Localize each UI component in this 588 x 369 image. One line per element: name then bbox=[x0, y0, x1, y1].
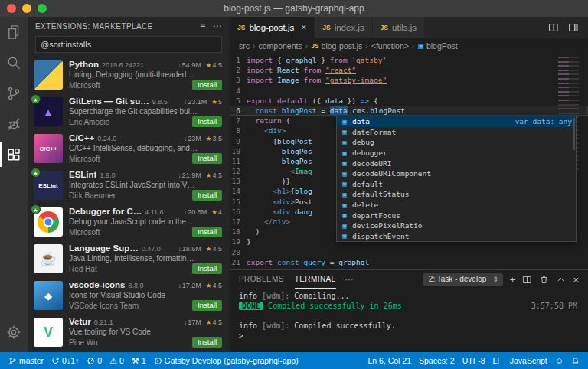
status-encoding[interactable]: UTF-8 bbox=[459, 352, 489, 369]
suggest-item-devicepixelratio[interactable]: ▣devicePixelRatio bbox=[337, 220, 576, 231]
line-number[interactable]: 8 bbox=[230, 126, 247, 136]
tab-utils-js[interactable]: JSutils.js bbox=[373, 17, 425, 38]
editor[interactable]: 1import { graphql } from 'gatsby'2import… bbox=[230, 54, 588, 269]
breadcrumb-blog-post-js[interactable]: JSblog-post.js bbox=[311, 41, 362, 51]
split-terminal-icon[interactable] bbox=[522, 275, 532, 285]
terminal[interactable]: info [wdm]: Compiling...DONE Compiled su… bbox=[230, 289, 588, 352]
extension-gitlens-git-su[interactable]: ▲★GitLens — Git su…9.8.5↓23.1M★5Supercha… bbox=[28, 93, 230, 130]
activity-settings[interactable] bbox=[0, 317, 28, 348]
zoom-window-button[interactable] bbox=[38, 4, 47, 13]
suggest-item-defaultstatus[interactable]: ▣defaultStatus bbox=[337, 189, 576, 200]
extension-debugger-for-c[interactable]: ★Debugger for C…4.11.6↓20.6M★4Debug your… bbox=[28, 204, 230, 240]
line-number[interactable]: 20 bbox=[230, 247, 247, 257]
line-number[interactable]: 3 bbox=[230, 75, 247, 85]
line-number[interactable]: 7 bbox=[230, 116, 247, 126]
star-icon: ★ bbox=[211, 208, 217, 216]
suggest-item-departfocus[interactable]: ▣departFocus bbox=[337, 210, 576, 220]
line-number[interactable]: 10 bbox=[230, 146, 247, 156]
breadcrumb-function[interactable]: <function> bbox=[371, 41, 409, 51]
status-errors[interactable]: 0 bbox=[83, 352, 106, 369]
close-panel-icon[interactable]: × bbox=[573, 275, 579, 285]
status-feedback[interactable]: ☺ bbox=[551, 352, 567, 369]
line-number[interactable]: 21 bbox=[230, 257, 247, 267]
line-number[interactable]: 16 bbox=[230, 207, 247, 217]
kill-terminal-icon[interactable] bbox=[539, 275, 549, 285]
minimize-window-button[interactable] bbox=[22, 4, 31, 13]
status-eol[interactable]: LF bbox=[488, 352, 505, 369]
variable-icon: ▣ bbox=[341, 170, 348, 178]
terminal-picker[interactable]: 2: Task - develop ⇕ bbox=[423, 273, 503, 286]
status-language-mode[interactable]: JavaScript bbox=[506, 352, 551, 369]
line-number[interactable]: 18 bbox=[230, 227, 247, 237]
line-number[interactable]: 13 bbox=[230, 176, 247, 186]
install-button[interactable]: Install bbox=[192, 116, 222, 127]
line-number[interactable]: 4 bbox=[230, 86, 247, 96]
panel-overflow-icon[interactable]: ⋯ bbox=[345, 275, 354, 285]
status-git-branch[interactable]: master bbox=[5, 352, 47, 369]
extension-author: Dirk Baeumer bbox=[69, 191, 116, 200]
extension-eslint[interactable]: ESLint★ESLint1.9.0↓21.9M★4.5Integrates E… bbox=[28, 167, 230, 204]
extension-language-sup[interactable]: ☕Language Sup…0.47.0↓18.6M★4.5Java Linti… bbox=[28, 240, 230, 277]
install-button[interactable]: Install bbox=[192, 263, 222, 274]
breadcrumb-blogpost[interactable]: ▣blogPost bbox=[417, 41, 457, 51]
install-button[interactable]: Install bbox=[192, 80, 222, 90]
activity-source-control[interactable] bbox=[0, 78, 28, 109]
line-number[interactable]: 15 bbox=[230, 197, 247, 207]
status-running-tasks[interactable]: ⚒1 bbox=[128, 352, 150, 369]
split-editor-icon[interactable] bbox=[548, 22, 559, 33]
tab-close-icon[interactable]: × bbox=[301, 23, 306, 32]
panel-tab-terminal[interactable]: TERMINAL bbox=[295, 270, 336, 289]
suggest-item-decodeuri[interactable]: ▣decodeURI bbox=[337, 158, 576, 168]
line-number[interactable]: 9 bbox=[230, 136, 247, 146]
status-notifications[interactable] bbox=[567, 352, 583, 369]
line-number[interactable]: 19 bbox=[230, 237, 247, 247]
status-warnings[interactable]: ⚠0 bbox=[106, 352, 128, 369]
line-number[interactable]: 14 bbox=[230, 186, 247, 196]
install-button[interactable]: Install bbox=[192, 337, 222, 348]
line-number[interactable]: 5 bbox=[230, 96, 247, 106]
suggest-item-delete[interactable]: ▣delete bbox=[337, 200, 576, 211]
activity-search[interactable] bbox=[0, 47, 28, 78]
tab-blog-post-js[interactable]: JSblog-post.js× bbox=[230, 17, 315, 38]
suggest-item-data[interactable]: ▣datavar data: any bbox=[337, 116, 576, 127]
breadcrumb-src[interactable]: src bbox=[239, 41, 250, 51]
line-number[interactable]: 6 bbox=[230, 106, 247, 116]
line-number[interactable]: 17 bbox=[230, 217, 247, 227]
suggest-item-debugger[interactable]: ▣debugger bbox=[337, 148, 576, 158]
suggest-item-decodeuricomponent[interactable]: ▣decodeURIComponent bbox=[337, 168, 576, 179]
activity-extensions[interactable] bbox=[0, 139, 28, 170]
maximize-panel-icon[interactable] bbox=[556, 275, 566, 285]
activity-debug[interactable] bbox=[0, 109, 28, 139]
install-button[interactable]: Install bbox=[192, 153, 222, 164]
status-indentation[interactable]: Spaces: 2 bbox=[415, 352, 459, 369]
extension-python[interactable]: Python2019.6.24221↓54.9M★4.5Linting, Deb… bbox=[28, 57, 230, 93]
extensions-search-input[interactable] bbox=[35, 36, 222, 53]
install-button[interactable]: Install bbox=[192, 227, 222, 237]
install-button[interactable]: Install bbox=[192, 190, 222, 201]
more-actions-icon[interactable]: ⋯ bbox=[213, 21, 222, 31]
tab-index-js[interactable]: JSindex.js bbox=[315, 17, 372, 38]
line-number[interactable]: 11 bbox=[230, 156, 247, 166]
line-number[interactable]: 1 bbox=[230, 55, 247, 65]
close-window-button[interactable] bbox=[7, 4, 16, 13]
line-number[interactable]: 2 bbox=[230, 65, 247, 75]
extensions-list[interactable]: Python2019.6.24221↓54.9M★4.5Linting, Deb… bbox=[28, 57, 230, 352]
suggest-item-default[interactable]: ▣default bbox=[337, 179, 576, 190]
line-number[interactable]: 12 bbox=[230, 166, 247, 176]
extension-vetur[interactable]: VVetur0.21.1↓17M★4.5Vue tooling for VS C… bbox=[28, 314, 230, 351]
suggest-item-dateformat[interactable]: ▣dateFormat bbox=[337, 127, 576, 138]
activity-explorer[interactable] bbox=[0, 17, 28, 47]
extension-vscode-icons[interactable]: ◆vscode-icons8.8.0↓17.2M★4.5Icons for Vi… bbox=[28, 277, 230, 314]
breadcrumb-components[interactable]: components bbox=[259, 41, 302, 51]
install-button[interactable]: Install bbox=[192, 300, 222, 311]
new-terminal-icon[interactable]: + bbox=[510, 275, 516, 285]
status-cursor-position[interactable]: Ln 6, Col 21 bbox=[364, 352, 415, 369]
panel-tab-problems[interactable]: PROBLEMS bbox=[239, 270, 284, 289]
extension-c-c[interactable]: C/C++C/C++0.24.0↓23M★3.5C/C++ IntelliSen… bbox=[28, 130, 230, 167]
status-sync[interactable]: 0↓1↑ bbox=[47, 352, 83, 369]
suggest-item-debug[interactable]: ▣debug bbox=[337, 137, 576, 148]
status-gatsby-develop[interactable]: Gatsby Develop (gatsby-graphql-app) bbox=[150, 352, 302, 369]
editor-layout-icon[interactable] bbox=[568, 22, 579, 33]
filter-icon[interactable]: ≡ bbox=[200, 21, 205, 31]
suggest-item-dispatchevent[interactable]: ▣dispatchEvent bbox=[337, 231, 576, 242]
